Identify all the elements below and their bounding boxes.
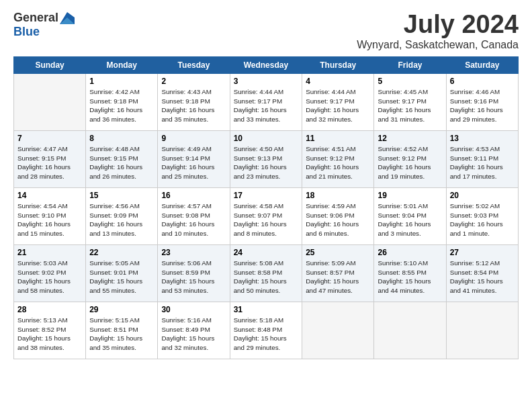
day-info: Sunrise: 4:43 AM Sunset: 9:18 PM Dayligh… [161,87,226,124]
day-number: 7 [17,134,82,143]
calendar-cell: 10Sunrise: 4:50 AM Sunset: 9:13 PM Dayli… [230,130,302,187]
calendar-cell [446,302,518,359]
day-info: Sunrise: 5:06 AM Sunset: 8:59 PM Dayligh… [161,259,226,295]
page: General Blue July 2024 Wynyard, Saskatch… [0,0,532,411]
calendar-cell: 27Sunrise: 5:12 AM Sunset: 8:54 PM Dayli… [446,244,518,302]
calendar-cell: 1Sunrise: 4:42 AM Sunset: 9:18 PM Daylig… [86,73,158,130]
calendar-cell: 5Sunrise: 4:45 AM Sunset: 9:17 PM Daylig… [374,73,446,130]
logo: General Blue [13,11,75,39]
day-number: 12 [378,134,442,143]
day-info: Sunrise: 4:53 AM Sunset: 9:11 PM Dayligh… [450,144,515,181]
day-info: Sunrise: 4:58 AM Sunset: 9:07 PM Dayligh… [234,201,299,238]
calendar-cell: 25Sunrise: 5:09 AM Sunset: 8:57 PM Dayli… [302,244,374,302]
day-number: 2 [161,77,226,86]
calendar-cell: 14Sunrise: 4:54 AM Sunset: 9:10 PM Dayli… [14,187,86,244]
calendar-cell: 30Sunrise: 5:16 AM Sunset: 8:49 PM Dayli… [158,302,230,359]
calendar-cell: 28Sunrise: 5:13 AM Sunset: 8:52 PM Dayli… [14,302,86,359]
day-info: Sunrise: 5:18 AM Sunset: 8:48 PM Dayligh… [234,316,299,353]
day-number: 4 [306,77,370,86]
day-number: 27 [450,248,515,257]
calendar-cell: 20Sunrise: 5:02 AM Sunset: 9:03 PM Dayli… [446,187,518,244]
day-number: 29 [89,305,154,314]
day-info: Sunrise: 4:54 AM Sunset: 9:10 PM Dayligh… [17,201,82,238]
calendar-cell: 13Sunrise: 4:53 AM Sunset: 9:11 PM Dayli… [446,130,518,187]
calendar-cell: 17Sunrise: 4:58 AM Sunset: 9:07 PM Dayli… [230,187,302,244]
logo-blue-text: Blue [13,25,40,39]
calendar-cell: 18Sunrise: 4:59 AM Sunset: 9:06 PM Dayli… [302,187,374,244]
day-info: Sunrise: 5:12 AM Sunset: 8:54 PM Dayligh… [450,259,515,295]
day-info: Sunrise: 4:51 AM Sunset: 9:12 PM Dayligh… [306,144,370,181]
day-info: Sunrise: 5:01 AM Sunset: 9:04 PM Dayligh… [378,201,442,238]
day-info: Sunrise: 4:45 AM Sunset: 9:17 PM Dayligh… [378,87,442,124]
calendar-cell: 7Sunrise: 4:47 AM Sunset: 9:15 PM Daylig… [14,130,86,187]
day-info: Sunrise: 5:02 AM Sunset: 9:03 PM Dayligh… [450,201,515,238]
day-number: 20 [450,191,515,200]
day-number: 31 [234,305,299,314]
day-info: Sunrise: 4:50 AM Sunset: 9:13 PM Dayligh… [234,144,299,181]
day-info: Sunrise: 5:13 AM Sunset: 8:52 PM Dayligh… [17,316,82,353]
header-saturday: Saturday [446,56,518,73]
calendar-cell: 9Sunrise: 4:49 AM Sunset: 9:14 PM Daylig… [158,130,230,187]
day-number: 14 [17,191,82,200]
calendar-cell: 31Sunrise: 5:18 AM Sunset: 8:48 PM Dayli… [230,302,302,359]
calendar-table: Sunday Monday Tuesday Wednesday Thursday… [13,56,519,359]
calendar-week-2: 7Sunrise: 4:47 AM Sunset: 9:15 PM Daylig… [14,130,519,187]
day-info: Sunrise: 5:10 AM Sunset: 8:55 PM Dayligh… [378,259,442,295]
header: General Blue July 2024 Wynyard, Saskatch… [13,11,519,51]
day-number: 5 [378,77,442,86]
calendar-week-5: 28Sunrise: 5:13 AM Sunset: 8:52 PM Dayli… [14,302,519,359]
day-info: Sunrise: 4:52 AM Sunset: 9:12 PM Dayligh… [378,144,442,181]
day-info: Sunrise: 4:44 AM Sunset: 9:17 PM Dayligh… [306,87,370,124]
day-number: 6 [450,77,515,86]
header-friday: Friday [374,56,446,73]
day-info: Sunrise: 5:08 AM Sunset: 8:58 PM Dayligh… [234,259,299,295]
logo-icon [60,12,75,24]
day-number: 16 [161,191,226,200]
day-number: 11 [306,134,370,143]
day-number: 13 [450,134,515,143]
day-number: 19 [378,191,442,200]
day-number: 3 [234,77,299,86]
title-section: July 2024 Wynyard, Saskatchewan, Canada [357,11,519,51]
calendar-cell: 16Sunrise: 4:57 AM Sunset: 9:08 PM Dayli… [158,187,230,244]
day-info: Sunrise: 4:46 AM Sunset: 9:16 PM Dayligh… [450,87,515,124]
header-monday: Monday [86,56,158,73]
calendar-cell: 23Sunrise: 5:06 AM Sunset: 8:59 PM Dayli… [158,244,230,302]
day-info: Sunrise: 5:15 AM Sunset: 8:51 PM Dayligh… [89,316,154,353]
day-number: 15 [89,191,154,200]
calendar-cell: 11Sunrise: 4:51 AM Sunset: 9:12 PM Dayli… [302,130,374,187]
calendar-cell: 19Sunrise: 5:01 AM Sunset: 9:04 PM Dayli… [374,187,446,244]
calendar-cell: 15Sunrise: 4:56 AM Sunset: 9:09 PM Dayli… [86,187,158,244]
day-info: Sunrise: 4:44 AM Sunset: 9:17 PM Dayligh… [234,87,299,124]
header-tuesday: Tuesday [158,56,230,73]
day-number: 8 [89,134,154,143]
day-number: 24 [234,248,299,257]
calendar-cell [14,73,86,130]
day-info: Sunrise: 4:56 AM Sunset: 9:09 PM Dayligh… [89,201,154,238]
day-info: Sunrise: 4:42 AM Sunset: 9:18 PM Dayligh… [89,87,154,124]
day-number: 21 [17,248,82,257]
day-info: Sunrise: 4:57 AM Sunset: 9:08 PM Dayligh… [161,201,226,238]
day-number: 9 [161,134,226,143]
day-info: Sunrise: 4:49 AM Sunset: 9:14 PM Dayligh… [161,144,226,181]
calendar-cell [302,302,374,359]
calendar-cell: 2Sunrise: 4:43 AM Sunset: 9:18 PM Daylig… [158,73,230,130]
day-info: Sunrise: 5:03 AM Sunset: 9:02 PM Dayligh… [17,259,82,295]
calendar-cell: 6Sunrise: 4:46 AM Sunset: 9:16 PM Daylig… [446,73,518,130]
calendar-header-row: Sunday Monday Tuesday Wednesday Thursday… [14,56,519,73]
day-info: Sunrise: 4:47 AM Sunset: 9:15 PM Dayligh… [17,144,82,181]
day-info: Sunrise: 5:16 AM Sunset: 8:49 PM Dayligh… [161,316,226,353]
header-sunday: Sunday [14,56,86,73]
day-number: 18 [306,191,370,200]
calendar-week-3: 14Sunrise: 4:54 AM Sunset: 9:10 PM Dayli… [14,187,519,244]
calendar-cell: 26Sunrise: 5:10 AM Sunset: 8:55 PM Dayli… [374,244,446,302]
calendar-cell: 21Sunrise: 5:03 AM Sunset: 9:02 PM Dayli… [14,244,86,302]
calendar-cell: 24Sunrise: 5:08 AM Sunset: 8:58 PM Dayli… [230,244,302,302]
calendar-cell: 12Sunrise: 4:52 AM Sunset: 9:12 PM Dayli… [374,130,446,187]
day-number: 25 [306,248,370,257]
calendar-cell: 4Sunrise: 4:44 AM Sunset: 9:17 PM Daylig… [302,73,374,130]
day-info: Sunrise: 5:09 AM Sunset: 8:57 PM Dayligh… [306,259,370,295]
calendar-week-1: 1Sunrise: 4:42 AM Sunset: 9:18 PM Daylig… [14,73,519,130]
day-number: 10 [234,134,299,143]
day-number: 22 [89,248,154,257]
